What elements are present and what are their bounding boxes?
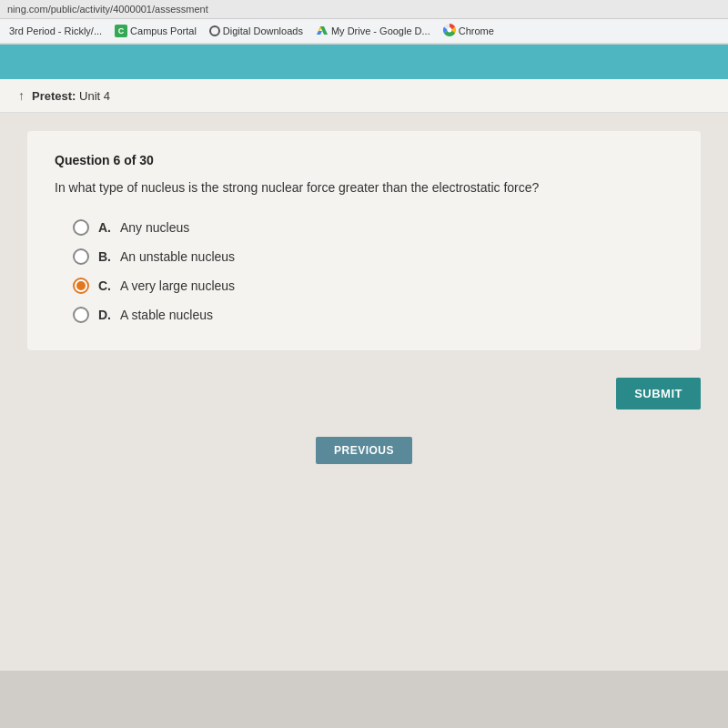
- chrome-label: Chrome: [459, 25, 494, 36]
- pretest-header: ↑ Pretest: Unit 4: [0, 79, 728, 113]
- option-d-text: A stable nucleus: [120, 308, 213, 322]
- bookmark-digital-downloads[interactable]: Digital Downloads: [206, 24, 307, 38]
- option-d[interactable]: D. A stable nucleus: [73, 307, 673, 323]
- radio-a[interactable]: [73, 219, 89, 236]
- url-text: ning.com/public/activity/4000001/assessm…: [7, 4, 208, 15]
- previous-button[interactable]: PREVIOUS: [316, 437, 412, 464]
- bookmark-chrome[interactable]: Chrome: [440, 22, 498, 40]
- options-list: A. Any nucleus B. An unstable nucleus C.…: [73, 219, 673, 323]
- radio-c[interactable]: [73, 278, 89, 294]
- browser-chrome: ning.com/public/activity/4000001/assessm…: [0, 0, 728, 45]
- svg-point-6: [447, 28, 451, 33]
- bookmark-campus-portal[interactable]: C Campus Portal: [111, 23, 200, 39]
- campus-portal-icon: C: [115, 25, 127, 37]
- option-b-letter: B.: [98, 249, 111, 264]
- pretest-title: Pretest: Unit 4: [32, 89, 110, 103]
- option-d-letter: D.: [98, 308, 111, 322]
- chrome-icon: [443, 24, 456, 38]
- submit-button[interactable]: SUBMIT: [616, 378, 701, 410]
- bookmarks-bar: 3rd Period - Rickly/... C Campus Portal …: [0, 19, 728, 44]
- option-c-letter: C.: [98, 278, 111, 293]
- question-text: In what type of nucleus is the strong nu…: [55, 178, 673, 197]
- main-content: ↑ Pretest: Unit 4 Question 6 of 30 In wh…: [0, 79, 728, 671]
- digital-downloads-label: Digital Downloads: [223, 25, 303, 36]
- option-c-text: A very large nucleus: [120, 278, 235, 293]
- option-a-text: Any nucleus: [120, 220, 189, 235]
- radio-d[interactable]: [73, 307, 89, 323]
- option-a[interactable]: A. Any nucleus: [73, 219, 673, 236]
- my-drive-icon: [316, 25, 329, 37]
- bookmark-3rd-period[interactable]: 3rd Period - Rickly/...: [5, 24, 106, 38]
- address-bar: ning.com/public/activity/4000001/assessm…: [0, 0, 728, 19]
- teal-header-band: [0, 45, 728, 79]
- digital-downloads-icon: [209, 25, 220, 36]
- radio-b[interactable]: [73, 248, 89, 265]
- option-c[interactable]: C. A very large nucleus: [73, 278, 673, 294]
- my-drive-label: My Drive - Google D...: [331, 25, 430, 36]
- radio-c-fill: [76, 281, 86, 290]
- question-number: Question 6 of 30: [55, 153, 673, 167]
- bottom-nav: PREVIOUS: [0, 428, 728, 473]
- submit-container: SUBMIT: [0, 369, 728, 428]
- bookmark-my-drive[interactable]: My Drive - Google D...: [312, 23, 434, 39]
- option-b[interactable]: B. An unstable nucleus: [73, 248, 673, 265]
- 3rd-period-label: 3rd Period - Rickly/...: [9, 25, 102, 36]
- back-arrow-icon[interactable]: ↑: [18, 88, 25, 103]
- option-a-letter: A.: [98, 220, 111, 235]
- campus-portal-label: Campus Portal: [130, 25, 197, 36]
- option-b-text: An unstable nucleus: [120, 249, 235, 264]
- question-card: Question 6 of 30 In what type of nucleus…: [27, 131, 701, 350]
